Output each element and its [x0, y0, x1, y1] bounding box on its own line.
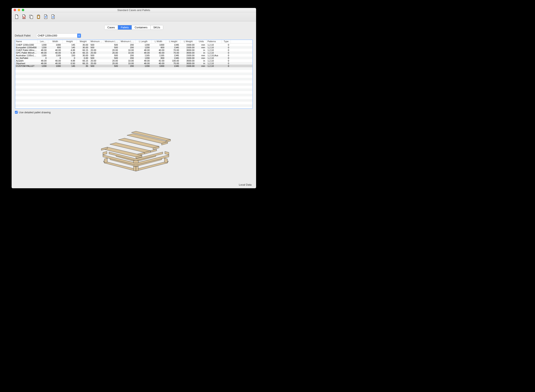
table-row[interactable]: Slipsheet48.0040.000.5066.1520.0020.0010… [15, 62, 252, 65]
cell-wgt: 66.15 [77, 51, 90, 54]
copy-button[interactable] [28, 14, 34, 20]
default-pallet-label: Default Pallet [15, 34, 31, 37]
cell-lw: 1165 [151, 54, 166, 57]
col-header[interactable]: Patterns [207, 40, 222, 43]
content-area: CasesPalletsContainersSKUs Default Palle… [12, 21, 256, 188]
table-row[interactable]: GPC Pallet 48inx40in48.0040.005.3866.152… [15, 51, 252, 54]
table-row[interactable]: CHEP Pallet 48inx4...48.0040.004.8866.15… [15, 49, 252, 51]
cell-name: CHEP Pallet 48inx4... [15, 49, 38, 51]
table-row-empty [15, 73, 252, 75]
export-button[interactable] [50, 14, 56, 20]
col-header[interactable]: Height [63, 40, 77, 43]
detailed-drawing-checkbox[interactable] [15, 111, 18, 114]
cell-wid: 1000 [48, 65, 63, 67]
col-header[interactable]: Units [196, 40, 207, 43]
cell-ml2: 500 [104, 43, 120, 46]
cell-lw: 800 [151, 46, 166, 49]
cell-lw: 1000 [151, 65, 166, 67]
cell-ml3: 200 [120, 46, 135, 49]
close-button[interactable] [14, 9, 16, 11]
cell-ml2: 500 [104, 46, 120, 49]
cell-typ: 0 [222, 62, 231, 65]
delete-doc-button[interactable] [21, 14, 27, 20]
col-header[interactable]: Len... [38, 40, 48, 43]
minimize-button[interactable] [18, 9, 20, 11]
cell-lh: 100.00 [166, 59, 181, 62]
cell-pat: 1,2,10,Aus [207, 54, 222, 57]
table-row[interactable]: Europallet 1200x800120080014530.00500500… [15, 46, 252, 49]
col-header[interactable]: L Height [166, 40, 181, 43]
cell-lh: 70.00 [166, 49, 181, 51]
titlebar: Standard Cases and Pallets [12, 8, 256, 12]
col-header[interactable]: Type [222, 40, 231, 43]
cell-lwg: 1500.00 [181, 46, 196, 49]
cell-wgt: 0.00 [77, 57, 90, 59]
cell-typ: 0 [222, 43, 231, 46]
toolbar [12, 12, 256, 21]
pallet-preview [15, 115, 253, 183]
cell-pat: 1,2,10 [207, 57, 222, 59]
cell-pat: 1,2,10 [207, 49, 222, 51]
cell-ml3: 200 [120, 54, 135, 57]
cell-typ: 0 [222, 49, 231, 51]
cell-pat: 1,2,10 [207, 46, 222, 49]
col-header[interactable]: Weight [77, 40, 90, 43]
cell-name: Azadeh [15, 59, 38, 62]
cell-len: 48.00 [38, 51, 48, 54]
cell-unit: mm [196, 46, 207, 49]
cell-ml1: 20.00 [90, 62, 104, 65]
col-header[interactable]: L Length [135, 40, 151, 43]
cell-len: 1200 [38, 46, 48, 49]
cell-unit: in [196, 51, 207, 54]
cell-wgt: 66.15 [77, 62, 90, 65]
zoom-button[interactable] [22, 9, 24, 11]
cell-ll: 48.00 [135, 59, 151, 62]
col-header[interactable]: Minimum L ... [104, 40, 120, 43]
new-doc-button[interactable] [13, 14, 20, 20]
cell-typ: 0 [222, 46, 231, 49]
paste-button[interactable] [35, 14, 42, 20]
cell-unit: in [196, 62, 207, 65]
col-header[interactable]: L Width [151, 40, 166, 43]
table-row-empty [15, 107, 252, 108]
tab-containers[interactable]: Containers [132, 25, 151, 30]
pallet-icon [95, 122, 172, 175]
cell-lwg: 3000.00 [181, 51, 196, 54]
cell-lh: 1345 [166, 43, 181, 46]
table-row[interactable]: Australian 1165x11651165116515030.005005… [15, 54, 252, 57]
cell-wid: 40.00 [48, 62, 63, 65]
cell-typ: 0 [222, 51, 231, 54]
cell-len: 48.00 [38, 59, 48, 62]
import-button[interactable] [42, 14, 49, 20]
tab-bar: CasesPalletsContainersSKUs [104, 25, 163, 30]
cell-ml1: 20.00 [90, 51, 104, 54]
col-header[interactable]: Name [15, 40, 38, 43]
col-header[interactable]: Minimum L ... [90, 40, 104, 43]
cell-hei: 150 [63, 54, 77, 57]
app-window: Standard Cases and Pallets CasesPalletsC… [12, 8, 256, 188]
col-header[interactable]: L Weight [181, 40, 196, 43]
table-row[interactable]: Int_NoPallet0000.00500500200120080013451… [15, 57, 252, 59]
tab-pallets[interactable]: Pallets [118, 25, 132, 30]
cell-wid: 40.00 [48, 59, 63, 62]
table-row-empty [15, 80, 252, 83]
table-row-empty [15, 75, 252, 78]
default-pallet-select[interactable] [36, 33, 81, 38]
cell-len: 1200 [38, 65, 48, 67]
table-row[interactable]: Azadeh48.0040.004.8866.1520.0020.0010.00… [15, 59, 252, 62]
cell-ll: 48.00 [135, 51, 151, 54]
cell-ml2: 20.00 [104, 51, 120, 54]
tab-cases[interactable]: Cases [105, 25, 118, 30]
tab-skus[interactable]: SKUs [151, 25, 163, 30]
table-body[interactable]: CHEP 1200x10001200100014530.005005002001… [15, 43, 252, 108]
cell-lh: 70.00 [166, 51, 181, 54]
col-header[interactable]: Width [48, 40, 63, 43]
cell-name: Int_NoPallet [15, 57, 38, 59]
table-row-empty [15, 89, 252, 91]
cell-ml3: 200 [120, 65, 135, 67]
table-row[interactable]: CUSTOM PALLET120010001453550050020012001… [15, 65, 252, 67]
table-row-empty [15, 94, 252, 96]
cell-lh: 70.00 [166, 62, 181, 65]
table-row[interactable]: CHEP 1200x10001200100014530.005005002001… [15, 43, 252, 46]
col-header[interactable]: Minimum L ... [120, 40, 135, 43]
